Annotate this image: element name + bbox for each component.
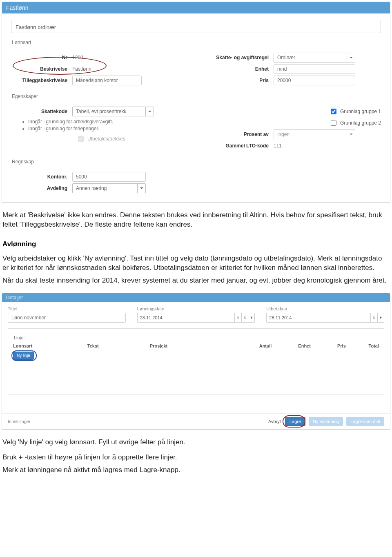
enhet-input[interactable] bbox=[274, 64, 355, 74]
skatteregel-label: Skatte- og avgiftsregel bbox=[204, 55, 274, 60]
paragraph-plus-key: Bruk + -tasten til høyre på linjen for å… bbox=[2, 453, 390, 462]
lonningsdato-input[interactable]: 28.11.2014 ✕ ⇕ ▼ bbox=[137, 313, 255, 323]
lonningsdato-label: Lønningsdato bbox=[137, 306, 255, 311]
linjer-box: Linjer Lønnsart Tekst Prosjekt Antall En… bbox=[8, 328, 384, 394]
chevron-down-icon bbox=[137, 184, 145, 193]
chk-utbetales-label: Utbetales/trekkes bbox=[87, 136, 125, 142]
bullet-arbeidsgiveravgift: Inngår i grunnlag for arbeidsgiveravgift… bbox=[28, 119, 188, 125]
prosent-value: Ingen bbox=[274, 131, 347, 137]
kontonr-input[interactable] bbox=[72, 172, 146, 182]
lonningsdato-value: 28.11.2014 bbox=[138, 315, 235, 320]
paragraph-avlonning-a: Velg arbeidstaker og klikk 'Ny avlønning… bbox=[2, 254, 390, 273]
avdeling-select[interactable]: Annen næring bbox=[72, 183, 146, 193]
tittel-input[interactable] bbox=[8, 313, 126, 323]
bullet-feriepenger: Inngår i grunnlag for feriepenger. bbox=[28, 126, 188, 131]
nyavlonning-button[interactable]: Ny avlønning bbox=[309, 417, 343, 426]
chk-utbetales-box bbox=[78, 136, 84, 142]
chevron-down-icon bbox=[145, 107, 154, 116]
chevron-down-icon[interactable]: ▼ bbox=[377, 313, 384, 322]
paragraph-plus-a: Bruk bbox=[2, 453, 19, 461]
chevron-down-icon bbox=[347, 53, 355, 62]
col-lonnsart: Lønnsart bbox=[13, 343, 87, 348]
prosent-label: Prosent av bbox=[204, 131, 274, 137]
spinner-icon[interactable]: ⇕ bbox=[371, 313, 377, 322]
fastlonn-panel: Fastlønn Lønnsart Nr 1200 Beskrivelse Fa… bbox=[2, 2, 390, 203]
chk-grunnlag2-label: Grunnlag gruppe 2 bbox=[340, 120, 381, 126]
avdeling-label: Avdeling bbox=[11, 185, 72, 191]
skattekode-label: Skattekode bbox=[11, 109, 72, 114]
section-egenskaper: Egenskaper bbox=[12, 94, 381, 99]
kontonr-label: Kontonr. bbox=[11, 174, 72, 180]
utbetdato-label: Utbet.dato bbox=[266, 306, 384, 311]
tittel-label: Tittel bbox=[8, 306, 126, 311]
tilleggsbeskrivelse-label: Tilleggsbeskrivelse bbox=[11, 78, 72, 83]
col-prosjekt: Prosjekt bbox=[150, 343, 259, 348]
col-pris: Pris bbox=[337, 343, 369, 348]
paragraph-nylinje: Velg 'Ny linje' og velg lønnsart. Fyll u… bbox=[2, 438, 390, 447]
pris-input[interactable] bbox=[274, 76, 355, 85]
innstillinger-link[interactable]: Innstillinger bbox=[8, 419, 31, 424]
paragraph-avlonning-b: Når du skal teste innsending for 2014, k… bbox=[2, 276, 390, 285]
nylinje-button[interactable]: Ny linje bbox=[13, 352, 34, 360]
avdeling-value: Annen næring bbox=[73, 185, 137, 191]
spinner-icon[interactable]: ⇕ bbox=[241, 313, 248, 322]
detaljer-panel: Detaljer Tittel Lønningsdato 28.11.2014 … bbox=[2, 293, 390, 430]
paragraph-beskrivelse-note: Merk at 'Beskrivelse' ikke kan endres. D… bbox=[2, 211, 390, 229]
paragraph-plus-b: -tasten til høyre på linjen for å oppret… bbox=[23, 453, 177, 461]
panel1-title: Fastlønn bbox=[2, 2, 390, 13]
col-enhet: Enhet bbox=[298, 343, 337, 348]
lagre-som-mal-button[interactable]: Lagre som mal bbox=[346, 417, 384, 426]
fastlonn-name-input[interactable] bbox=[11, 21, 381, 33]
chevron-down-icon[interactable]: ▼ bbox=[248, 313, 254, 322]
lto-label: Gammel LTO-kode bbox=[204, 143, 274, 149]
chk-grunnlag1-label: Grunnlag gruppe 1 bbox=[340, 109, 381, 114]
beskrivelse-label: Beskrivelse bbox=[11, 66, 72, 72]
tilleggsbeskrivelse-input[interactable] bbox=[72, 76, 142, 85]
enhet-label: Enhet bbox=[204, 66, 274, 72]
skattekode-select[interactable]: Tabell, evt prosenttrekk bbox=[72, 107, 154, 116]
linjer-label: Linjer bbox=[13, 333, 379, 343]
chk-grunnlag1[interactable]: Grunnlag gruppe 1 bbox=[329, 107, 381, 116]
chk-grunnlag1-box[interactable] bbox=[331, 109, 336, 114]
chevron-down-icon bbox=[347, 130, 355, 139]
panel2-title: Detaljer bbox=[2, 293, 390, 302]
chk-grunnlag2-box[interactable] bbox=[331, 120, 336, 126]
nr-value: 1200 bbox=[72, 55, 188, 60]
skatteregel-select[interactable]: Ordinær bbox=[274, 53, 355, 62]
lagre-button[interactable]: Lagre bbox=[285, 417, 305, 426]
pris-label: Pris bbox=[204, 78, 274, 83]
utbetdato-input[interactable]: 28.11.2014 ⇕ ▼ bbox=[266, 313, 384, 323]
paragraph-lagre-note: Merk at lønningene nå aktivt må lagres m… bbox=[2, 466, 390, 475]
clear-icon[interactable]: ✕ bbox=[235, 313, 241, 322]
section-lonnsart: Lønnsart bbox=[12, 40, 381, 45]
section-regnskap: Regnskap bbox=[12, 159, 381, 165]
prosent-select[interactable]: Ingen bbox=[274, 129, 355, 139]
utbetdato-value: 28.11.2014 bbox=[267, 315, 370, 320]
chk-utbetales[interactable]: Utbetales/trekkes bbox=[76, 135, 125, 143]
chk-grunnlag2[interactable]: Grunnlag gruppe 2 bbox=[329, 119, 381, 127]
skatteregel-value: Ordinær bbox=[274, 55, 347, 60]
beskrivelse-value: Fastlønn bbox=[72, 66, 188, 72]
col-antall: Antall bbox=[259, 343, 298, 348]
plus-icon: + bbox=[19, 453, 23, 461]
nr-label: Nr bbox=[11, 55, 72, 60]
col-tekst: Tekst bbox=[87, 343, 150, 348]
lto-value: 111 bbox=[274, 143, 381, 149]
col-total: Total bbox=[369, 343, 379, 348]
avbryt-button[interactable]: Avbryt bbox=[268, 419, 281, 424]
heading-avlonning: Avlønning bbox=[2, 240, 390, 248]
skattekode-value: Tabell, evt prosenttrekk bbox=[73, 109, 145, 114]
